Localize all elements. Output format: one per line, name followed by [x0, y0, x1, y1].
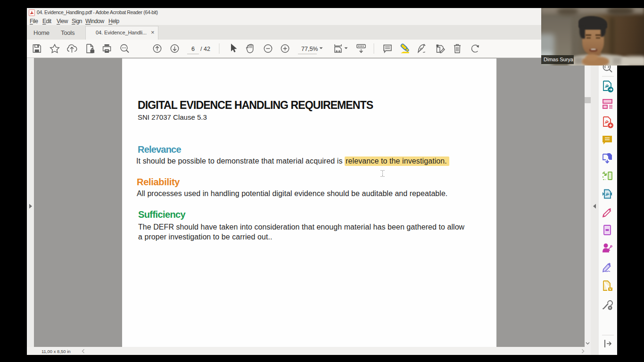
- svg-text:77,5%: 77,5%: [301, 46, 318, 52]
- svg-text:/ 42: / 42: [200, 46, 210, 52]
- svg-text:6: 6: [191, 46, 195, 52]
